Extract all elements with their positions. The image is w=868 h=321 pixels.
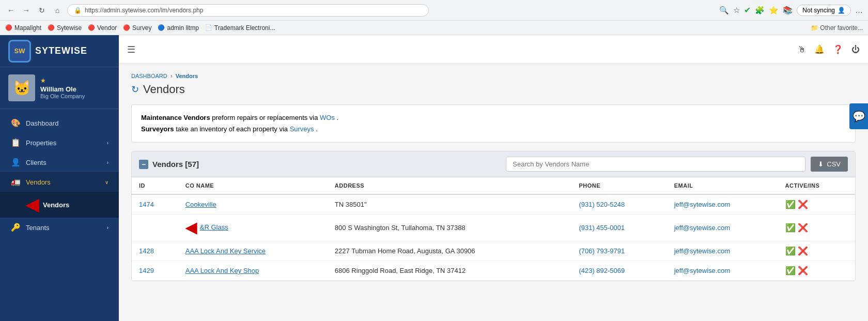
- reload-button[interactable]: ↻: [36, 5, 48, 16]
- sidebar-item-tenants[interactable]: 🔑 Tenants ›: [0, 218, 119, 237]
- table-row: ◀&R Glass 800 S Washington St, Tullahoma…: [132, 215, 855, 241]
- table-header: ID CO NAME ADDRESS PHONE EMAIL ACTIVE/IN…: [132, 177, 855, 194]
- table-row: 1428 AAA Lock And Key Service 2227 Tubma…: [132, 241, 855, 261]
- col-name: CO NAME: [178, 177, 328, 194]
- power-icon[interactable]: ⏻: [851, 45, 860, 54]
- bookmark-trademark[interactable]: 📄 Trademark Electroni...: [205, 24, 275, 32]
- sidebar-item-clients[interactable]: 👤 Clients ›: [0, 152, 119, 172]
- cell-phone[interactable]: (706) 793-9791: [571, 241, 667, 261]
- surveys-link[interactable]: Surveys: [290, 125, 314, 133]
- bookmark-admin-litmp-label: admin litmp: [167, 24, 198, 32]
- search-input[interactable]: [506, 157, 805, 172]
- cell-id[interactable]: 1474: [132, 194, 178, 215]
- table-row: 1429 AAA Lock And Key Shop 6806 Ringgold…: [132, 261, 855, 281]
- collapse-icon[interactable]: −: [139, 160, 148, 169]
- sidebar-item-properties-label: Properties: [26, 139, 56, 147]
- ins-icon: ❌: [798, 223, 808, 233]
- trademark-icon: 📄: [205, 24, 212, 31]
- chat-bubble[interactable]: 💬: [849, 103, 868, 129]
- page-title: Vendors: [143, 83, 185, 96]
- refresh-icon[interactable]: ↻: [131, 84, 139, 95]
- bell-icon[interactable]: 🔔: [814, 44, 825, 54]
- vendor-name-link[interactable]: AAA Lock And Key Service: [185, 247, 266, 255]
- cell-email[interactable]: jeff@sytewise.com: [667, 194, 778, 215]
- forward-button[interactable]: →: [21, 5, 32, 16]
- collections-icon[interactable]: 📚: [783, 6, 793, 15]
- vendor-name-link[interactable]: Cookeville: [185, 201, 216, 208]
- properties-icon: 📋: [10, 138, 21, 147]
- bookmark-survey[interactable]: 🔴 Survey: [123, 24, 151, 32]
- browser-bar: ← → ↻ ⌂ 🔒 https://admin.sytewise.com/lm/…: [0, 0, 868, 21]
- cell-id[interactable]: 1428: [132, 241, 178, 261]
- bookmark-vendor[interactable]: 🔴 Vendor: [88, 24, 117, 32]
- home-button[interactable]: ⌂: [52, 5, 63, 16]
- info-line-1: Maintenance Vendors preform repairs or r…: [141, 112, 846, 124]
- dashboard-icon: 🎨: [10, 118, 21, 128]
- cell-phone[interactable]: (931) 455-0001: [571, 215, 667, 241]
- extensions-icon[interactable]: 🧩: [755, 6, 765, 15]
- active-icon: ✅: [785, 200, 796, 209]
- vendors-title: − Vendors [57]: [139, 160, 199, 169]
- cell-phone[interactable]: (423) 892-5069: [571, 261, 667, 281]
- profile-avatar: 👤: [838, 7, 845, 14]
- cell-id[interactable]: 1429: [132, 261, 178, 281]
- survey-bm-icon: 🔴: [123, 24, 130, 31]
- maintenance-vendors-text: Maintenance Vendors: [141, 114, 210, 121]
- logo-badge: SW: [8, 40, 31, 63]
- sidebar-item-tenants-label: Tenants: [26, 224, 50, 232]
- col-active: ACTIVE/INS: [778, 177, 855, 194]
- info-box: Maintenance Vendors preform repairs or r…: [131, 104, 856, 143]
- cell-address: TN 38501": [328, 194, 572, 215]
- properties-chevron: ›: [107, 140, 109, 146]
- help-icon[interactable]: ❓: [833, 44, 843, 54]
- wos-link[interactable]: WOs: [320, 114, 335, 121]
- info-period-1: .: [337, 114, 339, 121]
- breadcrumb-home[interactable]: DASHBOARD: [131, 73, 167, 79]
- sidebar-item-vendors[interactable]: 🚛 Vendors ∨: [0, 172, 119, 192]
- sidebar-item-clients-label: Clients: [26, 159, 47, 166]
- admin-litmp-icon: 🔵: [158, 24, 165, 31]
- top-header: ☰ 🖱 🔔 ❓ ⏻: [119, 35, 868, 64]
- bookmarks-bar: 🔴 Mapalight 🔴 Sytewise 🔴 Vendor 🔴 Survey…: [0, 21, 868, 35]
- csv-button[interactable]: ⬇ CSV: [811, 157, 848, 172]
- vendor-bm-icon: 🔴: [88, 24, 95, 31]
- favorites-icon[interactable]: ⭐: [769, 6, 779, 15]
- sidebar-item-dashboard-label: Dashboard: [26, 119, 59, 127]
- cell-email[interactable]: jeff@sytewise.com: [667, 241, 778, 261]
- sidebar-subitem-vendors-label: Vendors: [43, 201, 69, 209]
- tenants-chevron: ›: [107, 225, 109, 231]
- more-options-icon[interactable]: …: [855, 6, 863, 14]
- cell-email[interactable]: jeff@sytewise.com: [667, 261, 778, 281]
- cell-phone[interactable]: (931) 520-5248: [571, 194, 667, 215]
- bookmark-admin-litmp[interactable]: 🔵 admin litmp: [158, 24, 198, 32]
- back-button[interactable]: ←: [5, 5, 17, 16]
- cell-id[interactable]: [132, 215, 178, 241]
- bookmark-mapalight[interactable]: 🔴 Mapalight: [5, 24, 41, 32]
- menu-toggle-button[interactable]: ☰: [127, 44, 135, 55]
- address-bar[interactable]: 🔒 https://admin.sytewise.com/lm/vendors.…: [67, 4, 429, 17]
- vendor-name-link[interactable]: AAA Lock And Key Shop: [185, 267, 259, 274]
- cell-active: ✅ ❌: [778, 215, 855, 241]
- vendors-section: − Vendors [57] ⬇ CSV ID: [131, 151, 856, 281]
- tenants-icon: 🔑: [10, 223, 21, 232]
- search-browser-icon[interactable]: 🔍: [719, 6, 729, 15]
- sidebar-subitem-vendors[interactable]: ◀ Vendors: [0, 192, 119, 218]
- page-title-row: ↻ Vendors: [131, 83, 856, 96]
- info-period-2: .: [316, 125, 318, 133]
- vendor-name-link[interactable]: &R Glass: [200, 223, 228, 231]
- logo-text: SYTEWISE: [35, 45, 87, 56]
- cursor-icon[interactable]: 🖱: [798, 45, 806, 54]
- bookmark-survey-label: Survey: [132, 24, 151, 32]
- cell-email[interactable]: jeff@sytewise.com: [667, 215, 778, 241]
- info-text-1: preform repairs or replacements via: [212, 114, 320, 121]
- bookmark-mapalight-label: Mapalight: [14, 24, 41, 32]
- cell-active: ✅ ❌: [778, 241, 855, 261]
- sidebar-item-properties[interactable]: 📋 Properties ›: [0, 133, 119, 152]
- cell-address: 2227 Tubman Home Road, Augusta, GA 30906: [328, 241, 572, 261]
- bookmark-sytewise[interactable]: 🔴 Sytewise: [48, 24, 82, 32]
- sidebar-item-dashboard[interactable]: 🎨 Dashboard: [0, 113, 119, 133]
- other-favorites[interactable]: 📁 Other favorite...: [811, 24, 863, 32]
- bookmark-trademark-label: Trademark Electroni...: [214, 24, 275, 32]
- star-icon[interactable]: ☆: [733, 6, 740, 15]
- not-syncing-button[interactable]: Not syncing 👤: [797, 5, 851, 16]
